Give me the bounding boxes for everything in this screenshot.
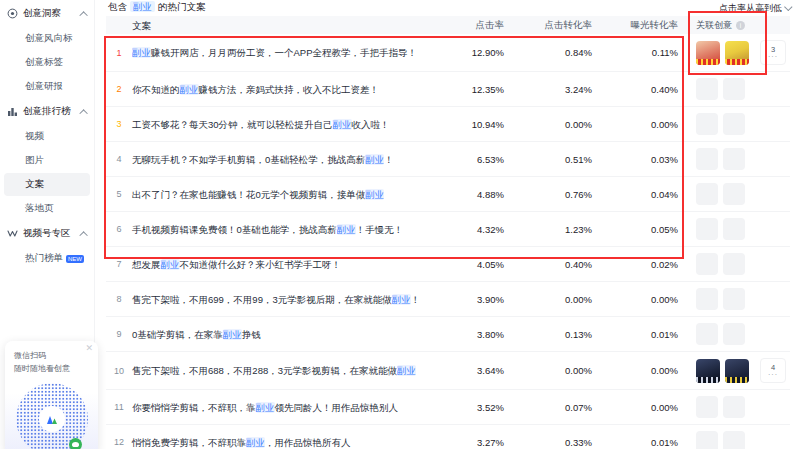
copy-text[interactable]: 想发展副业不知道做什么好？来小红书学手工呀！ bbox=[132, 259, 341, 270]
rank-number: 10 bbox=[106, 366, 132, 376]
click-cvr-value: 0.76% bbox=[504, 189, 592, 200]
ellipsis-icon: ··· bbox=[768, 372, 778, 377]
table-row[interactable]: 6 手机视频剪辑课免费领！0基础也能学，挑战高薪副业！手慢无！ 4.32% 1.… bbox=[106, 212, 790, 247]
copy-text[interactable]: 售完下架啦，不用699，不用99，3元学影视后期，在家就能做副业！ bbox=[132, 294, 420, 305]
sidebar-item-video[interactable]: 视频 bbox=[4, 125, 90, 148]
insight-icon bbox=[7, 8, 18, 19]
keyword-highlight: 副业 bbox=[223, 329, 242, 340]
exposure-cvr-value: 0.00% bbox=[592, 402, 678, 413]
rank-number: 9 bbox=[106, 329, 132, 339]
table-row[interactable]: 1 副业赚钱开网店，月月两份工资，一个APP全程教学，手把手指导！ 12.90%… bbox=[106, 34, 790, 72]
exposure-cvr-value: 0.00% bbox=[592, 294, 678, 305]
sidebar-item-landing-page[interactable]: 落地页 bbox=[4, 197, 90, 220]
copy-text[interactable]: 手机视频剪辑课免费领！0基础也能学，挑战高薪副业！手慢无！ bbox=[132, 224, 403, 235]
table-row[interactable]: 12 悄悄免费学剪辑，不辞职靠副业，用作品惊艳所有人 3.27% 0.33% 0… bbox=[106, 425, 790, 449]
exposure-cvr-value: 0.00% bbox=[592, 119, 678, 130]
related-creatives bbox=[696, 323, 745, 345]
table-row[interactable]: 11 你要悄悄学剪辑，不辞职，靠副业领先同龄人！用作品惊艳别人 3.52% 0.… bbox=[106, 390, 790, 425]
creative-thumbnail[interactable] bbox=[696, 41, 720, 65]
exposure-cvr-value: 0.05% bbox=[592, 224, 678, 235]
more-creatives-badge[interactable]: 3··· bbox=[760, 40, 786, 65]
copy-text[interactable]: 售完下架啦，不用688，不用288，3元学影视剪辑，在家就能做副业 bbox=[132, 365, 416, 376]
sidebar-item-label: 落地页 bbox=[25, 202, 54, 215]
creative-thumbnail[interactable] bbox=[725, 359, 749, 383]
ctr-value: 10.94% bbox=[442, 119, 504, 130]
sidebar-item-copywriting[interactable]: 文案 bbox=[4, 173, 90, 196]
table-row[interactable]: 7 想发展副业不知道做什么好？来小红书学手工呀！ 4.05% 0.40% 0.0… bbox=[106, 247, 790, 282]
copy-text[interactable]: 无聊玩手机？不如学手机剪辑，0基础轻松学，挑战高薪副业！ bbox=[132, 154, 394, 165]
copy-text[interactable]: 出不了门？在家也能赚钱！花0元学个视频剪辑，接单做副业 bbox=[132, 189, 384, 200]
chevron-up-icon bbox=[79, 231, 87, 239]
ctr-value: 3.80% bbox=[442, 329, 504, 340]
table-row[interactable]: 5 出不了门？在家也能赚钱！花0元学个视频剪辑，接单做副业 4.88% 0.76… bbox=[106, 177, 790, 212]
click-cvr-value: 1.23% bbox=[504, 224, 592, 235]
sidebar-item-report[interactable]: 创意研报 bbox=[4, 75, 90, 98]
close-icon[interactable]: ✕ bbox=[85, 344, 93, 353]
app-root: { "page_title": { "prefix": "包含", "keywo… bbox=[0, 0, 800, 449]
related-creatives: 3··· bbox=[696, 40, 786, 65]
exposure-cvr-value: 0.01% bbox=[592, 329, 678, 340]
ctr-value: 12.90% bbox=[442, 47, 504, 58]
copy-text[interactable]: 副业赚钱开网店，月月两份工资，一个APP全程教学，手把手指导！ bbox=[132, 47, 417, 58]
qr-popup: ✕ 微信扫码 随时随地看创意 bbox=[5, 341, 98, 449]
copy-text[interactable]: 悄悄免费学剪辑，不辞职靠副业，用作品惊艳所有人 bbox=[132, 437, 351, 448]
related-creatives bbox=[696, 396, 745, 418]
rank-number: 12 bbox=[106, 437, 132, 447]
sidebar-item-label: 创意标签 bbox=[25, 56, 63, 69]
sidebar-item-hot-list[interactable]: 热门榜单 NEW bbox=[4, 247, 90, 270]
exposure-cvr-value: 0.04% bbox=[592, 189, 678, 200]
sort-dropdown-label: 点击率从高到低 bbox=[719, 2, 782, 15]
sidebar-group-label: 视频号专区 bbox=[23, 227, 71, 240]
sidebar-item-label: 创意研报 bbox=[25, 80, 63, 93]
table-row[interactable]: 9 0基础学剪辑，在家靠副业挣钱 3.80% 0.13% 0.01% bbox=[106, 317, 790, 352]
chevron-up-icon bbox=[79, 109, 87, 117]
sidebar-group-insight[interactable]: 创意洞察 bbox=[0, 1, 94, 26]
info-icon[interactable]: i bbox=[736, 21, 745, 30]
table-header-row: 文案 点击率 点击转化率 曝光转化率 关联创意 i bbox=[106, 16, 790, 34]
sort-dropdown[interactable]: 点击率从高到低 bbox=[719, 2, 792, 15]
copy-text[interactable]: 工资不够花？每天30分钟，就可以轻松提升自己副业收入啦！ bbox=[132, 119, 390, 130]
exposure-cvr-value: 0.03% bbox=[592, 154, 678, 165]
creative-thumbnail-placeholder bbox=[723, 183, 745, 205]
sidebar-item-label: 视频 bbox=[25, 130, 44, 143]
keyword-highlight: 副业 bbox=[397, 365, 416, 376]
creative-thumbnail[interactable] bbox=[725, 41, 749, 65]
creative-thumbnail-placeholder bbox=[723, 78, 745, 100]
ellipsis-icon: ··· bbox=[768, 54, 778, 59]
creative-thumbnail-placeholder bbox=[696, 323, 718, 345]
sidebar-item-windvane[interactable]: 创意风向标 bbox=[4, 27, 90, 50]
creative-thumbnail-placeholder bbox=[723, 148, 745, 170]
creative-thumbnail-placeholder bbox=[696, 253, 718, 275]
sidebar-item-image[interactable]: 图片 bbox=[4, 149, 90, 172]
rank-number: 1 bbox=[106, 48, 132, 58]
ctr-value: 4.88% bbox=[442, 189, 504, 200]
table-row[interactable]: 8 售完下架啦，不用699，不用99，3元学影视后期，在家就能做副业！ 3.90… bbox=[106, 282, 790, 317]
table-row[interactable]: 2 你不知道的副业赚钱方法，亲妈式扶持，收入不比工资差！ 12.35% 3.24… bbox=[106, 72, 790, 107]
related-creatives bbox=[696, 183, 745, 205]
header-related-creatives: 关联创意 i bbox=[678, 19, 790, 32]
copy-text[interactable]: 你不知道的副业赚钱方法，亲妈式扶持，收入不比工资差！ bbox=[132, 84, 379, 95]
table-row[interactable]: 10 售完下架啦，不用688，不用288，3元学影视剪辑，在家就能做副业 3.6… bbox=[106, 352, 790, 390]
creative-thumbnail-placeholder bbox=[723, 431, 745, 449]
creative-thumbnail-placeholder bbox=[696, 183, 718, 205]
rank-number: 11 bbox=[106, 402, 132, 412]
sidebar-group-channels[interactable]: 视频号专区 bbox=[0, 221, 94, 246]
table-body: 1 副业赚钱开网店，月月两份工资，一个APP全程教学，手把手指导！ 12.90%… bbox=[106, 34, 790, 449]
keyword-highlight: 副业 bbox=[337, 224, 356, 235]
creative-thumbnail[interactable] bbox=[696, 359, 720, 383]
table-row[interactable]: 3 工资不够花？每天30分钟，就可以轻松提升自己副业收入啦！ 10.94% 0.… bbox=[106, 107, 790, 142]
copy-text[interactable]: 你要悄悄学剪辑，不辞职，靠副业领先同龄人！用作品惊艳别人 bbox=[132, 402, 398, 413]
sidebar-item-label: 文案 bbox=[25, 178, 44, 191]
sidebar-group-ranking[interactable]: 创意排行榜 bbox=[0, 99, 94, 124]
more-creatives-badge[interactable]: 4··· bbox=[760, 358, 786, 383]
sidebar-item-label: 热门榜单 bbox=[25, 252, 63, 265]
ranking-icon bbox=[7, 106, 18, 117]
copy-text[interactable]: 0基础学剪辑，在家靠副业挣钱 bbox=[132, 329, 261, 340]
table-row[interactable]: 4 无聊玩手机？不如学手机剪辑，0基础轻松学，挑战高薪副业！ 6.53% 0.5… bbox=[106, 142, 790, 177]
channels-icon bbox=[7, 228, 18, 239]
sidebar-item-tags[interactable]: 创意标签 bbox=[4, 51, 90, 74]
related-creatives bbox=[696, 218, 745, 240]
creative-thumbnail-placeholder bbox=[723, 396, 745, 418]
ctr-value: 4.32% bbox=[442, 224, 504, 235]
sidebar-item-label: 图片 bbox=[25, 154, 44, 167]
